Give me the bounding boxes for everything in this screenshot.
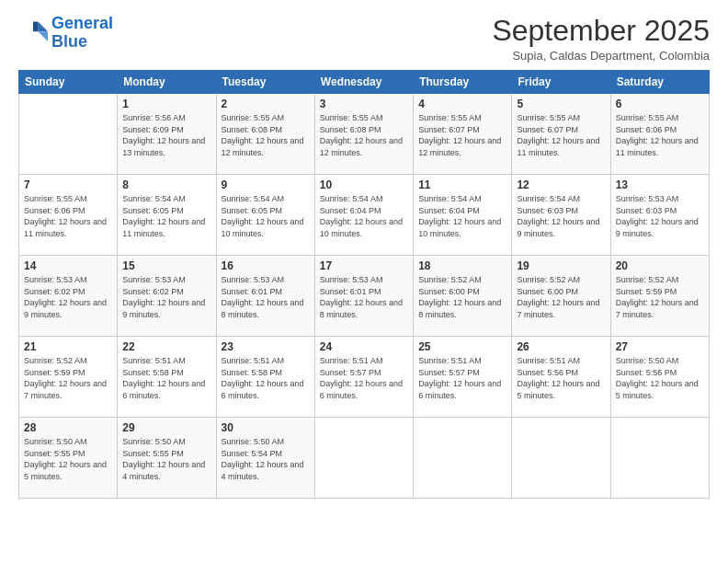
day-cell: 26Sunrise: 5:51 AMSunset: 5:56 PMDayligh…: [512, 337, 610, 418]
day-detail: Sunrise: 5:56 AMSunset: 6:09 PMDaylight:…: [122, 112, 210, 158]
day-number: 9: [222, 178, 310, 191]
day-number: 27: [616, 340, 704, 353]
day-cell: 30Sunrise: 5:50 AMSunset: 5:54 PMDayligh…: [216, 418, 314, 499]
day-detail: Sunrise: 5:54 AMSunset: 6:05 PMDaylight:…: [222, 193, 310, 239]
day-detail: Sunrise: 5:51 AMSunset: 5:58 PMDaylight:…: [222, 355, 310, 401]
day-cell: 16Sunrise: 5:53 AMSunset: 6:01 PMDayligh…: [216, 256, 314, 337]
day-cell: 2Sunrise: 5:55 AMSunset: 6:08 PMDaylight…: [216, 94, 314, 175]
day-cell: 14Sunrise: 5:53 AMSunset: 6:02 PMDayligh…: [19, 256, 118, 337]
day-number: 1: [122, 98, 210, 110]
logo-line1: General: [51, 14, 113, 32]
day-number: 3: [320, 98, 408, 110]
day-detail: Sunrise: 5:50 AMSunset: 5:56 PMDaylight:…: [616, 355, 704, 401]
week-row-1: 1Sunrise: 5:56 AMSunset: 6:09 PMDaylight…: [19, 94, 710, 175]
day-cell: 6Sunrise: 5:55 AMSunset: 6:06 PMDaylight…: [610, 94, 709, 175]
calendar: SundayMondayTuesdayWednesdayThursdayFrid…: [18, 70, 710, 499]
day-detail: Sunrise: 5:54 AMSunset: 6:03 PMDaylight:…: [517, 193, 605, 239]
day-number: 13: [616, 178, 704, 191]
day-cell: 24Sunrise: 5:51 AMSunset: 5:57 PMDayligh…: [314, 337, 413, 418]
day-detail: Sunrise: 5:51 AMSunset: 5:57 PMDaylight:…: [320, 355, 408, 401]
day-detail: Sunrise: 5:52 AMSunset: 5:59 PMDaylight:…: [24, 355, 112, 401]
logo-text: General Blue: [51, 15, 113, 52]
day-number: 17: [320, 259, 408, 272]
weekday-header-sunday: Sunday: [19, 71, 118, 94]
day-detail: Sunrise: 5:53 AMSunset: 6:02 PMDaylight:…: [122, 274, 210, 320]
day-number: 30: [222, 421, 310, 434]
day-detail: Sunrise: 5:54 AMSunset: 6:04 PMDaylight:…: [320, 193, 408, 239]
weekday-header-row: SundayMondayTuesdayWednesdayThursdayFrid…: [19, 71, 710, 94]
day-detail: Sunrise: 5:51 AMSunset: 5:58 PMDaylight:…: [122, 355, 210, 401]
day-detail: Sunrise: 5:55 AMSunset: 6:07 PMDaylight:…: [418, 112, 506, 158]
day-cell: [512, 418, 610, 499]
day-detail: Sunrise: 5:51 AMSunset: 5:56 PMDaylight:…: [517, 355, 605, 401]
day-cell: 7Sunrise: 5:55 AMSunset: 6:06 PMDaylight…: [19, 175, 118, 256]
day-cell: 22Sunrise: 5:51 AMSunset: 5:58 PMDayligh…: [118, 337, 216, 418]
weekday-header-thursday: Thursday: [414, 71, 512, 94]
day-detail: Sunrise: 5:54 AMSunset: 6:04 PMDaylight:…: [418, 193, 506, 239]
day-number: 15: [122, 259, 210, 272]
day-detail: Sunrise: 5:55 AMSunset: 6:08 PMDaylight:…: [320, 112, 408, 158]
week-row-5: 28Sunrise: 5:50 AMSunset: 5:55 PMDayligh…: [19, 418, 710, 499]
day-cell: 5Sunrise: 5:55 AMSunset: 6:07 PMDaylight…: [512, 94, 610, 175]
page: General Blue September 2025 Supia, Calda…: [0, 0, 728, 563]
day-detail: Sunrise: 5:51 AMSunset: 5:57 PMDaylight:…: [418, 355, 506, 401]
day-detail: Sunrise: 5:53 AMSunset: 6:01 PMDaylight:…: [222, 274, 310, 320]
day-cell: 20Sunrise: 5:52 AMSunset: 5:59 PMDayligh…: [610, 256, 709, 337]
day-detail: Sunrise: 5:53 AMSunset: 6:01 PMDaylight:…: [320, 274, 408, 320]
logo-icon: [18, 18, 48, 48]
day-number: 12: [517, 178, 605, 191]
day-number: 4: [418, 98, 506, 110]
day-cell: [414, 418, 512, 499]
month-title: September 2025: [492, 15, 710, 47]
day-number: 5: [517, 98, 605, 110]
day-cell: 13Sunrise: 5:53 AMSunset: 6:03 PMDayligh…: [610, 175, 709, 256]
weekday-header-friday: Friday: [512, 71, 610, 94]
day-cell: 17Sunrise: 5:53 AMSunset: 6:01 PMDayligh…: [314, 256, 413, 337]
day-number: 23: [222, 340, 310, 353]
header: General Blue September 2025 Supia, Calda…: [18, 15, 710, 63]
weekday-header-wednesday: Wednesday: [314, 71, 413, 94]
week-row-4: 21Sunrise: 5:52 AMSunset: 5:59 PMDayligh…: [19, 337, 710, 418]
day-cell: 15Sunrise: 5:53 AMSunset: 6:02 PMDayligh…: [118, 256, 216, 337]
day-number: 19: [517, 259, 605, 272]
day-cell: 10Sunrise: 5:54 AMSunset: 6:04 PMDayligh…: [314, 175, 413, 256]
day-cell: [19, 94, 118, 175]
week-row-2: 7Sunrise: 5:55 AMSunset: 6:06 PMDaylight…: [19, 175, 710, 256]
weekday-header-tuesday: Tuesday: [216, 71, 314, 94]
day-number: 16: [222, 259, 310, 272]
day-number: 20: [616, 259, 704, 272]
day-detail: Sunrise: 5:53 AMSunset: 6:02 PMDaylight:…: [24, 274, 112, 320]
day-cell: 11Sunrise: 5:54 AMSunset: 6:04 PMDayligh…: [414, 175, 512, 256]
day-number: 26: [517, 340, 605, 353]
day-number: 21: [24, 340, 112, 353]
svg-marker-0: [38, 21, 48, 31]
day-cell: 28Sunrise: 5:50 AMSunset: 5:55 PMDayligh…: [19, 418, 118, 499]
day-detail: Sunrise: 5:50 AMSunset: 5:55 PMDaylight:…: [122, 436, 210, 482]
day-number: 14: [24, 259, 112, 272]
day-detail: Sunrise: 5:55 AMSunset: 6:07 PMDaylight:…: [517, 112, 605, 158]
day-cell: [610, 418, 709, 499]
day-cell: 29Sunrise: 5:50 AMSunset: 5:55 PMDayligh…: [118, 418, 216, 499]
day-detail: Sunrise: 5:55 AMSunset: 6:06 PMDaylight:…: [616, 112, 704, 158]
svg-marker-1: [38, 31, 48, 41]
day-cell: 21Sunrise: 5:52 AMSunset: 5:59 PMDayligh…: [19, 337, 118, 418]
logo-line2: Blue: [51, 32, 87, 51]
day-detail: Sunrise: 5:55 AMSunset: 6:08 PMDaylight:…: [222, 112, 310, 158]
day-number: 22: [122, 340, 210, 353]
day-cell: 1Sunrise: 5:56 AMSunset: 6:09 PMDaylight…: [118, 94, 216, 175]
svg-marker-2: [33, 21, 38, 31]
day-number: 8: [122, 178, 210, 191]
day-number: 6: [616, 98, 704, 110]
day-cell: 8Sunrise: 5:54 AMSunset: 6:05 PMDaylight…: [118, 175, 216, 256]
weekday-header-saturday: Saturday: [610, 71, 709, 94]
day-detail: Sunrise: 5:52 AMSunset: 5:59 PMDaylight:…: [616, 274, 704, 320]
day-number: 18: [418, 259, 506, 272]
day-detail: Sunrise: 5:52 AMSunset: 6:00 PMDaylight:…: [418, 274, 506, 320]
week-row-3: 14Sunrise: 5:53 AMSunset: 6:02 PMDayligh…: [19, 256, 710, 337]
day-cell: 3Sunrise: 5:55 AMSunset: 6:08 PMDaylight…: [314, 94, 413, 175]
day-detail: Sunrise: 5:50 AMSunset: 5:54 PMDaylight:…: [222, 436, 310, 482]
day-number: 7: [24, 178, 112, 191]
subtitle: Supia, Caldas Department, Colombia: [492, 49, 710, 63]
day-cell: 27Sunrise: 5:50 AMSunset: 5:56 PMDayligh…: [610, 337, 709, 418]
day-cell: 23Sunrise: 5:51 AMSunset: 5:58 PMDayligh…: [216, 337, 314, 418]
